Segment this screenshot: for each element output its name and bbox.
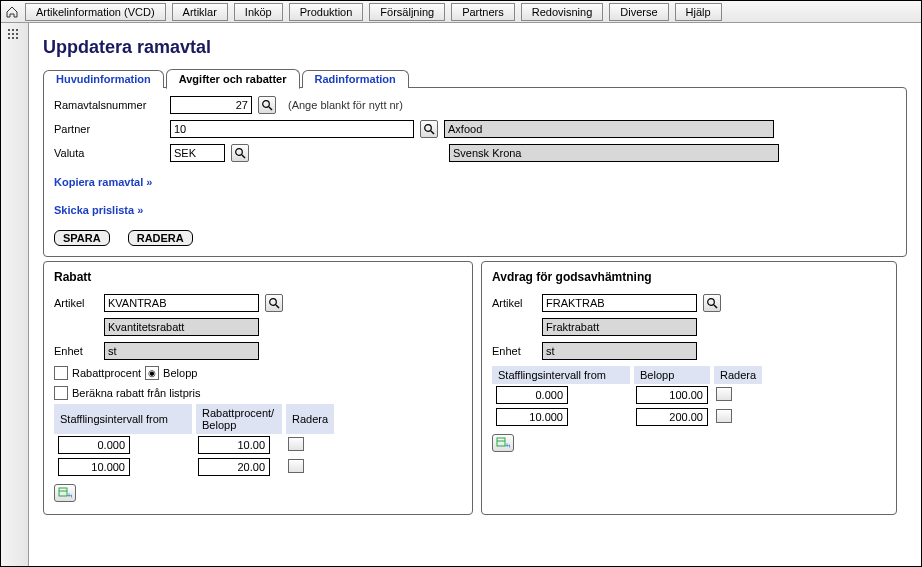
avdrag-add-row[interactable]: +c (492, 434, 514, 452)
rabatt-add-row[interactable]: +c (54, 484, 76, 502)
svg-point-2 (425, 125, 432, 132)
valuta-name (449, 144, 779, 162)
avdrag-val-1[interactable] (636, 408, 708, 426)
tab-avgifter[interactable]: Avgifter och rabatter (166, 69, 300, 89)
page-title: Uppdatera ramavtal (43, 37, 907, 58)
app-window: Artikelinformation (VCD) Artiklar Inköp … (0, 0, 922, 567)
radio-belopp-label: Belopp (163, 367, 197, 379)
svg-point-6 (270, 299, 277, 306)
avdrag-table: Stafflingsintervall from Belopp Radera (492, 366, 766, 428)
radio-belopp[interactable]: ◉ (145, 366, 159, 380)
avdrag-col-val: Belopp (632, 366, 712, 384)
rabatt-from-0[interactable] (58, 436, 130, 454)
svg-rect-13 (497, 438, 505, 446)
home-icon[interactable] (5, 5, 19, 19)
svg-line-12 (714, 305, 717, 308)
valuta-lookup[interactable] (231, 144, 249, 162)
svg-text:+c: +c (505, 442, 510, 449)
rabatt-from-1[interactable] (58, 458, 130, 476)
menu-forsaljning[interactable]: Försäljning (369, 3, 445, 21)
menu-redovisning[interactable]: Redovisning (521, 3, 604, 21)
avdrag-from-0[interactable] (496, 386, 568, 404)
table-row (54, 434, 336, 456)
avdrag-col-del: Radera (712, 366, 764, 384)
menu-inkop[interactable]: Inköp (234, 3, 283, 21)
svg-line-1 (269, 107, 272, 110)
rabatt-del-0[interactable] (288, 437, 304, 451)
avdrag-del-0[interactable] (716, 387, 732, 401)
avdrag-val-0[interactable] (636, 386, 708, 404)
rabatt-col-from: Stafflingsintervall from (54, 404, 194, 434)
sidebar-gutter (1, 23, 29, 566)
avdrag-title: Avdrag för godsavhämtning (492, 270, 886, 284)
tab-radinfo[interactable]: Radinformation (302, 70, 409, 88)
avdrag-col-from: Stafflingsintervall from (492, 366, 632, 384)
menu-hjalp[interactable]: Hjälp (675, 3, 722, 21)
avdrag-enhet-label: Enhet (492, 345, 536, 357)
table-row (492, 384, 764, 406)
svg-text:+c: +c (67, 492, 72, 499)
radio-rabattprocent-label: Rabattprocent (72, 367, 141, 379)
rabatt-artikel-lookup[interactable] (265, 294, 283, 312)
tab-strip: Huvudinformation Avgifter och rabatter R… (43, 68, 907, 88)
menu-artikelinfo[interactable]: Artikelinformation (VCD) (25, 3, 166, 21)
menu-produktion[interactable]: Produktion (289, 3, 364, 21)
partner-lookup[interactable] (420, 120, 438, 138)
avdrag-from-1[interactable] (496, 408, 568, 426)
rabatt-artikel-desc (104, 318, 259, 336)
ramavtal-label: Ramavtalsnummer (54, 99, 164, 111)
menu-partners[interactable]: Partners (451, 3, 515, 21)
rabatt-enhet-value (104, 342, 259, 360)
link-skicka[interactable]: Skicka prislista » (54, 204, 143, 216)
rabatt-col-del: Radera (284, 404, 336, 434)
rabatt-del-1[interactable] (288, 459, 304, 473)
partner-input[interactable] (170, 120, 414, 138)
tab-huvudinfo[interactable]: Huvudinformation (43, 70, 164, 88)
avdrag-enhet-value (542, 342, 697, 360)
rabatt-table: Stafflingsintervall from Rabattprocent/ … (54, 404, 338, 478)
avdrag-artikel-lookup[interactable] (703, 294, 721, 312)
avdrag-artikel-label: Artikel (492, 297, 536, 309)
rabatt-artikel-label: Artikel (54, 297, 98, 309)
svg-point-0 (263, 101, 270, 108)
partner-label: Partner (54, 123, 164, 135)
check-berakna-label: Beräkna rabatt från listpris (72, 387, 200, 399)
ramavtal-input[interactable] (170, 96, 252, 114)
table-row (54, 456, 336, 478)
main-panel: Ramavtalsnummer (Ange blankt för nytt nr… (43, 87, 907, 257)
rabatt-val-0[interactable] (198, 436, 270, 454)
svg-point-11 (708, 299, 715, 306)
rabatt-title: Rabatt (54, 270, 462, 284)
avdrag-artikel-desc (542, 318, 697, 336)
valuta-input[interactable] (170, 144, 225, 162)
partner-name (444, 120, 774, 138)
radio-rabattprocent[interactable] (54, 366, 68, 380)
spara-button[interactable]: SPARA (54, 230, 110, 246)
svg-line-5 (242, 155, 245, 158)
grip-icon[interactable] (8, 29, 22, 43)
table-row (492, 406, 764, 428)
rabatt-val-1[interactable] (198, 458, 270, 476)
svg-rect-8 (59, 488, 67, 496)
menu-diverse[interactable]: Diverse (609, 3, 668, 21)
ramavtal-lookup[interactable] (258, 96, 276, 114)
rabatt-col-val: Rabattprocent/ Belopp (194, 404, 284, 434)
check-berakna[interactable] (54, 386, 68, 400)
link-kopiera[interactable]: Kopiera ramavtal » (54, 176, 152, 188)
svg-line-3 (431, 131, 434, 134)
valuta-label: Valuta (54, 147, 164, 159)
rabatt-enhet-label: Enhet (54, 345, 98, 357)
avdrag-panel: Avdrag för godsavhämtning Artikel Enhet (481, 261, 897, 515)
radera-button[interactable]: RADERA (128, 230, 193, 246)
svg-point-4 (236, 149, 243, 156)
menu-artiklar[interactable]: Artiklar (172, 3, 228, 21)
ramavtal-hint: (Ange blankt för nytt nr) (288, 99, 403, 111)
menu-bar: Artikelinformation (VCD) Artiklar Inköp … (1, 1, 921, 23)
svg-line-7 (276, 305, 279, 308)
content-area: Uppdatera ramavtal Huvudinformation Avgi… (29, 23, 921, 566)
rabatt-artikel-input[interactable] (104, 294, 259, 312)
avdrag-artikel-input[interactable] (542, 294, 697, 312)
avdrag-del-1[interactable] (716, 409, 732, 423)
rabatt-panel: Rabatt Artikel Enhet (43, 261, 473, 515)
